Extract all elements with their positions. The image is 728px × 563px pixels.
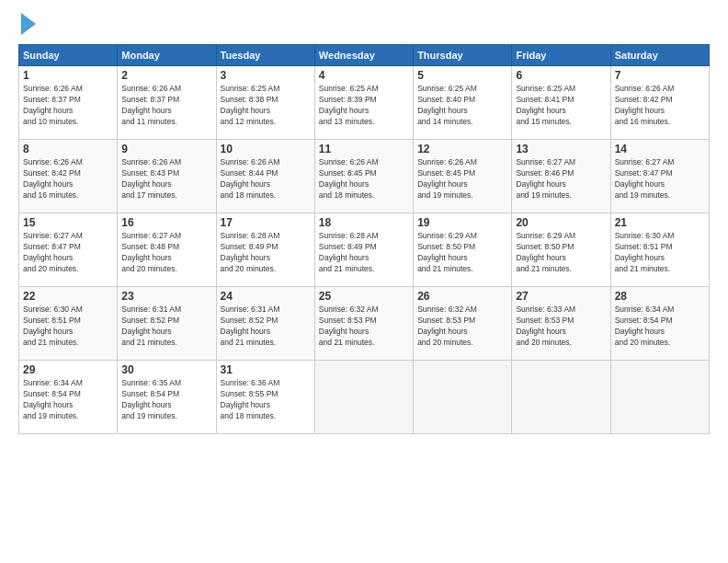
day-info: Sunrise: 6:33 AMSunset: 8:53 PMDaylight …	[516, 304, 575, 347]
calendar-cell	[512, 361, 610, 434]
day-info: Sunrise: 6:34 AMSunset: 8:54 PMDaylight …	[23, 378, 83, 420]
calendar-cell: 15Sunrise: 6:27 AMSunset: 8:47 PMDayligh…	[19, 213, 118, 287]
header-friday: Friday	[512, 45, 610, 66]
day-number: 14	[615, 143, 705, 155]
day-number: 31	[221, 363, 311, 376]
calendar-cell: 30Sunrise: 6:35 AMSunset: 8:54 PMDayligh…	[118, 361, 216, 434]
header	[18, 15, 710, 35]
day-number: 27	[516, 290, 606, 303]
day-number: 26	[417, 290, 507, 303]
day-info: Sunrise: 6:26 AMSunset: 8:45 PMDaylight …	[417, 157, 477, 200]
calendar-cell: 20Sunrise: 6:29 AMSunset: 8:50 PMDayligh…	[512, 213, 610, 287]
calendar-cell: 23Sunrise: 6:31 AMSunset: 8:52 PMDayligh…	[118, 287, 216, 361]
calendar-cell: 9Sunrise: 6:26 AMSunset: 8:43 PMDaylight…	[118, 140, 216, 213]
header-tuesday: Tuesday	[216, 45, 314, 66]
day-number: 28	[615, 290, 705, 303]
calendar-cell: 27Sunrise: 6:33 AMSunset: 8:53 PMDayligh…	[512, 287, 610, 361]
day-info: Sunrise: 6:26 AMSunset: 8:43 PMDaylight …	[121, 157, 181, 200]
day-number: 24	[221, 290, 311, 303]
day-info: Sunrise: 6:30 AMSunset: 8:51 PMDaylight …	[23, 304, 83, 347]
week-row-4: 22Sunrise: 6:30 AMSunset: 8:51 PMDayligh…	[19, 287, 710, 361]
calendar-cell: 29Sunrise: 6:34 AMSunset: 8:54 PMDayligh…	[19, 361, 118, 434]
day-info: Sunrise: 6:26 AMSunset: 8:42 PMDaylight …	[615, 84, 675, 126]
day-info: Sunrise: 6:29 AMSunset: 8:50 PMDaylight …	[417, 231, 477, 273]
day-number: 23	[121, 290, 211, 303]
calendar-cell: 3Sunrise: 6:25 AMSunset: 8:38 PMDaylight…	[216, 66, 314, 140]
day-info: Sunrise: 6:31 AMSunset: 8:52 PMDaylight …	[221, 304, 280, 347]
calendar-cell: 4Sunrise: 6:25 AMSunset: 8:39 PMDaylight…	[314, 66, 413, 140]
day-info: Sunrise: 6:28 AMSunset: 8:49 PMDaylight …	[221, 231, 280, 273]
calendar-cell: 13Sunrise: 6:27 AMSunset: 8:46 PMDayligh…	[512, 140, 610, 213]
day-number: 22	[23, 290, 113, 303]
day-info: Sunrise: 6:26 AMSunset: 8:37 PMDaylight …	[23, 84, 83, 126]
calendar-cell: 16Sunrise: 6:27 AMSunset: 8:48 PMDayligh…	[118, 213, 216, 287]
calendar-cell: 6Sunrise: 6:25 AMSunset: 8:41 PMDaylight…	[512, 66, 610, 140]
calendar-cell: 8Sunrise: 6:26 AMSunset: 8:42 PMDaylight…	[19, 140, 118, 213]
day-info: Sunrise: 6:32 AMSunset: 8:53 PMDaylight …	[417, 304, 477, 347]
day-number: 30	[121, 363, 211, 376]
day-info: Sunrise: 6:25 AMSunset: 8:41 PMDaylight …	[516, 84, 575, 126]
day-number: 8	[23, 143, 113, 155]
calendar-cell: 17Sunrise: 6:28 AMSunset: 8:49 PMDayligh…	[216, 213, 314, 287]
day-number: 6	[516, 69, 606, 82]
header-wednesday: Wednesday	[314, 45, 413, 66]
day-info: Sunrise: 6:27 AMSunset: 8:48 PMDaylight …	[121, 231, 181, 273]
calendar-cell: 7Sunrise: 6:26 AMSunset: 8:42 PMDaylight…	[610, 66, 709, 140]
day-number: 11	[319, 143, 409, 155]
day-info: Sunrise: 6:29 AMSunset: 8:50 PMDaylight …	[516, 231, 575, 273]
day-number: 21	[615, 216, 705, 229]
day-info: Sunrise: 6:31 AMSunset: 8:52 PMDaylight …	[121, 304, 181, 347]
calendar-cell: 19Sunrise: 6:29 AMSunset: 8:50 PMDayligh…	[414, 213, 512, 287]
calendar-cell: 24Sunrise: 6:31 AMSunset: 8:52 PMDayligh…	[216, 287, 314, 361]
logo	[18, 15, 36, 35]
logo-arrow-icon	[21, 13, 36, 35]
calendar-cell: 5Sunrise: 6:25 AMSunset: 8:40 PMDaylight…	[414, 66, 512, 140]
week-row-1: 1Sunrise: 6:26 AMSunset: 8:37 PMDaylight…	[19, 66, 710, 140]
day-info: Sunrise: 6:25 AMSunset: 8:39 PMDaylight …	[319, 84, 379, 126]
day-info: Sunrise: 6:26 AMSunset: 8:44 PMDaylight …	[221, 157, 280, 200]
day-number: 3	[221, 69, 311, 82]
calendar-cell: 1Sunrise: 6:26 AMSunset: 8:37 PMDaylight…	[19, 66, 118, 140]
calendar-cell: 12Sunrise: 6:26 AMSunset: 8:45 PMDayligh…	[414, 140, 512, 213]
day-info: Sunrise: 6:26 AMSunset: 8:42 PMDaylight …	[23, 157, 83, 200]
header-thursday: Thursday	[414, 45, 512, 66]
day-info: Sunrise: 6:34 AMSunset: 8:54 PMDaylight …	[615, 304, 675, 347]
week-row-2: 8Sunrise: 6:26 AMSunset: 8:42 PMDaylight…	[19, 140, 710, 213]
calendar-cell: 28Sunrise: 6:34 AMSunset: 8:54 PMDayligh…	[610, 287, 709, 361]
calendar-cell: 21Sunrise: 6:30 AMSunset: 8:51 PMDayligh…	[610, 213, 709, 287]
day-number: 25	[319, 290, 409, 303]
day-info: Sunrise: 6:26 AMSunset: 8:37 PMDaylight …	[121, 84, 181, 126]
calendar-cell: 14Sunrise: 6:27 AMSunset: 8:47 PMDayligh…	[610, 140, 709, 213]
day-number: 15	[23, 216, 113, 229]
calendar-cell	[610, 361, 709, 434]
day-number: 13	[516, 143, 606, 155]
day-info: Sunrise: 6:32 AMSunset: 8:53 PMDaylight …	[319, 304, 379, 347]
calendar-cell	[314, 361, 413, 434]
day-number: 1	[23, 69, 113, 82]
header-saturday: Saturday	[610, 45, 709, 66]
day-info: Sunrise: 6:27 AMSunset: 8:47 PMDaylight …	[615, 157, 675, 200]
day-number: 10	[221, 143, 311, 155]
header-sunday: Sunday	[19, 45, 118, 66]
calendar-table: SundayMondayTuesdayWednesdayThursdayFrid…	[18, 44, 710, 434]
day-info: Sunrise: 6:30 AMSunset: 8:51 PMDaylight …	[615, 231, 675, 273]
calendar-header-row: SundayMondayTuesdayWednesdayThursdayFrid…	[19, 45, 710, 66]
day-number: 2	[121, 69, 211, 82]
day-number: 7	[615, 69, 705, 82]
day-info: Sunrise: 6:27 AMSunset: 8:46 PMDaylight …	[516, 157, 575, 200]
day-number: 9	[121, 143, 211, 155]
day-info: Sunrise: 6:28 AMSunset: 8:49 PMDaylight …	[319, 231, 379, 273]
calendar-cell: 31Sunrise: 6:36 AMSunset: 8:55 PMDayligh…	[216, 361, 314, 434]
day-info: Sunrise: 6:25 AMSunset: 8:38 PMDaylight …	[221, 84, 280, 126]
calendar-cell: 18Sunrise: 6:28 AMSunset: 8:49 PMDayligh…	[314, 213, 413, 287]
calendar-cell: 25Sunrise: 6:32 AMSunset: 8:53 PMDayligh…	[314, 287, 413, 361]
day-number: 4	[319, 69, 409, 82]
week-row-5: 29Sunrise: 6:34 AMSunset: 8:54 PMDayligh…	[19, 361, 710, 434]
day-info: Sunrise: 6:25 AMSunset: 8:40 PMDaylight …	[417, 84, 477, 126]
header-monday: Monday	[118, 45, 216, 66]
calendar-cell: 10Sunrise: 6:26 AMSunset: 8:44 PMDayligh…	[216, 140, 314, 213]
calendar-cell: 2Sunrise: 6:26 AMSunset: 8:37 PMDaylight…	[118, 66, 216, 140]
day-number: 18	[319, 216, 409, 229]
day-info: Sunrise: 6:35 AMSunset: 8:54 PMDaylight …	[121, 378, 181, 420]
day-number: 5	[417, 69, 507, 82]
